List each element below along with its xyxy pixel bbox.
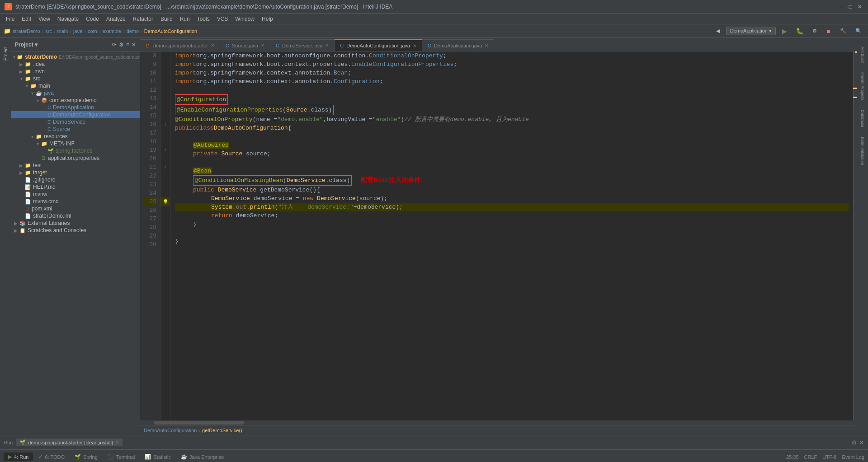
event-log-link[interactable]: Event Log: [842, 454, 864, 460]
run-close-icon[interactable]: ✕: [859, 439, 864, 446]
database-tab[interactable]: Database: [859, 108, 866, 129]
tree-item-main[interactable]: ▾ 📁 main: [11, 82, 140, 89]
close-tab-4[interactable]: ✕: [413, 43, 416, 48]
tree-item-iml[interactable]: 📄 straterDemo.iml: [11, 212, 140, 219]
tree-item-DemoApplication[interactable]: C DemoApplication: [11, 104, 140, 111]
close-tab-3[interactable]: ✕: [325, 43, 329, 48]
menu-navigate[interactable]: Navigate: [54, 14, 82, 24]
run-button[interactable]: ▶: [779, 27, 790, 36]
encoding-indicator[interactable]: UTF-8: [822, 454, 836, 460]
crlf-indicator[interactable]: CRLF: [804, 454, 817, 460]
tree-item-test[interactable]: ▶ 📁 test: [11, 162, 140, 169]
tree-item-mvn[interactable]: ▶ 📁 .mvn: [11, 68, 140, 75]
tree-item-Source[interactable]: C Source: [11, 126, 140, 133]
bottom-tab-terminal[interactable]: ⬛ Terminal: [103, 453, 140, 461]
project-tab[interactable]: Project: [0, 40, 10, 67]
code-line-9: import org.springframework.boot.context.…: [175, 60, 849, 69]
tree-item-java[interactable]: ▾ ☕ java: [11, 89, 140, 97]
tree-item-resources[interactable]: ▾ 📁 resources: [11, 133, 140, 140]
editor-breadcrumb-class[interactable]: DemoAutoConfiguration: [144, 428, 197, 433]
tree-item-target[interactable]: ▶ 📁 target: [11, 169, 140, 176]
debug-button[interactable]: 🐛: [793, 27, 806, 35]
breadcrumb-example[interactable]: example: [102, 28, 121, 34]
code-editor[interactable]: 8 9 10 11 12 13 14 15 16 17 18 19 20 21: [140, 51, 857, 420]
back-button[interactable]: ◀: [713, 27, 722, 35]
tree-item-scratches[interactable]: ▶ 📋 Scratches and Consoles: [11, 227, 140, 234]
menu-help[interactable]: Help: [258, 14, 277, 24]
menu-run[interactable]: Run: [176, 14, 193, 24]
menu-window[interactable]: Window: [231, 14, 258, 24]
build-button[interactable]: 🔨: [837, 27, 849, 35]
breadcrumb-main[interactable]: main: [57, 28, 68, 34]
collapse-icon[interactable]: ≡: [126, 42, 129, 48]
tree-item-pom[interactable]: 🗋 pom.xml: [11, 205, 140, 212]
editor-breadcrumb-method[interactable]: getDemoService(): [202, 428, 242, 433]
minimize-button[interactable]: ─: [837, 3, 844, 10]
tree-item-HELP-md[interactable]: 📝 HELP.md: [11, 183, 140, 191]
stop-button[interactable]: ⏹: [823, 28, 834, 35]
tab-demoautoconfiguration-java[interactable]: C DemoAutoConfiguration.java ✕: [335, 39, 422, 51]
menu-vcs[interactable]: VCS: [213, 14, 232, 24]
run-tab-active[interactable]: 🌱 demo-spring-boot-starter [clean,instal…: [16, 439, 123, 446]
tab-demoapplication-java[interactable]: C DemoApplication.java ✕: [422, 39, 494, 51]
tab-source-java[interactable]: C Source.java ✕: [220, 39, 270, 51]
menubar: File Edit View Navigate Code Analyze Ref…: [0, 14, 868, 24]
close-panel-icon[interactable]: ✕: [132, 42, 136, 48]
menu-code[interactable]: Code: [82, 14, 103, 24]
tree-item-application-properties[interactable]: 🗒 application.properties: [11, 154, 140, 162]
tree-item-package[interactable]: ▾ 📦 com.example.demo: [11, 97, 140, 104]
breadcrumb-file[interactable]: DemoAutoConfiguration: [144, 28, 197, 34]
run-settings-icon[interactable]: ⚙: [851, 439, 857, 446]
close-button[interactable]: ✕: [856, 3, 863, 10]
menu-build[interactable]: Build: [157, 14, 176, 24]
bottom-tab-spring[interactable]: 🌱 Spring: [70, 453, 102, 461]
breadcrumb-src[interactable]: src: [45, 28, 52, 34]
window-controls[interactable]: ─ □ ✕: [837, 3, 863, 10]
menu-tools[interactable]: Tools: [193, 14, 213, 24]
tree-item-gitignore[interactable]: 📄 .gitignore: [11, 176, 140, 183]
sync-icon[interactable]: ⟳: [112, 42, 117, 48]
tree-item-spring-factories[interactable]: 🌱 spring.factories: [11, 147, 140, 154]
search-button[interactable]: 🔍: [853, 27, 864, 35]
bottom-tab-statistic[interactable]: 📊 Statistic: [140, 453, 175, 461]
tree-item-mvnw-cmd[interactable]: 📄 mvnw.cmd: [11, 198, 140, 205]
tree-item-idea[interactable]: ▶ 📁 .idea: [11, 61, 140, 68]
menu-file[interactable]: File: [2, 14, 18, 24]
menu-refactor[interactable]: Refactor: [129, 14, 157, 24]
run-tab-close[interactable]: ✕: [115, 440, 119, 445]
close-tab-1[interactable]: ✕: [211, 43, 214, 48]
menu-analyze[interactable]: Analyze: [103, 14, 129, 24]
coverage-button[interactable]: ⚙: [810, 27, 820, 35]
tree-item-DemoService[interactable]: C DemoService: [11, 118, 140, 126]
bottom-tab-run[interactable]: ▶ 4: Run: [4, 453, 33, 461]
tree-item-src[interactable]: ▾ 📁 src: [11, 75, 140, 82]
bottom-tab-java-enterprise[interactable]: ☕ Java Enterprise: [176, 453, 228, 461]
close-tab-5[interactable]: ✕: [485, 43, 488, 48]
horizontal-scrollbar[interactable]: [140, 420, 857, 425]
bottom-tab-todo[interactable]: ✓ 6: TODO: [34, 453, 69, 461]
breadcrumb-project[interactable]: straterDemo: [13, 28, 40, 34]
tree-item-DemoAutoConfiguration[interactable]: C DemoAutoConfiguration: [11, 111, 140, 118]
tree-item-META-INF[interactable]: ▾ 📁 META-INF: [11, 140, 140, 147]
menu-edit[interactable]: Edit: [18, 14, 35, 24]
breadcrumb-java[interactable]: java: [73, 28, 82, 34]
code-line-24: DemoService demoService = new DemoServic…: [175, 194, 849, 203]
code-line-12: [175, 86, 849, 94]
tree-item-straterDemo[interactable]: ▾ 📁 straterDemo E:\IDEA\springboot_sourc…: [11, 53, 140, 61]
tree-item-mvnw[interactable]: 📄 mvnw: [11, 191, 140, 198]
breadcrumb-com[interactable]: com: [88, 28, 97, 34]
tree-item-external-libraries[interactable]: ▶ 📚 External Libraries: [11, 219, 140, 227]
maven-projects-tab[interactable]: Maven Projects: [859, 70, 866, 102]
todo-tab-text: 6: TODO: [45, 454, 65, 460]
settings-icon[interactable]: ⚙: [119, 42, 124, 48]
bean-validation-tab[interactable]: Bean Validation: [859, 135, 866, 167]
code-content[interactable]: import org.springframework.boot.autoconf…: [170, 51, 853, 420]
ant-build-tab[interactable]: Ant Build: [859, 45, 866, 65]
tab-demoservice-java[interactable]: C DemoService.java ✕: [270, 39, 335, 51]
menu-view[interactable]: View: [35, 14, 54, 24]
maximize-button[interactable]: □: [847, 3, 854, 10]
close-tab-2[interactable]: ✕: [261, 43, 264, 48]
breadcrumb-demo[interactable]: demo: [127, 28, 139, 34]
run-config-selector[interactable]: DemoApplication ▾: [726, 27, 776, 35]
tab-demo-spring-boot-starter[interactable]: 🗋 demo-spring-boot-starter ✕: [140, 39, 220, 51]
